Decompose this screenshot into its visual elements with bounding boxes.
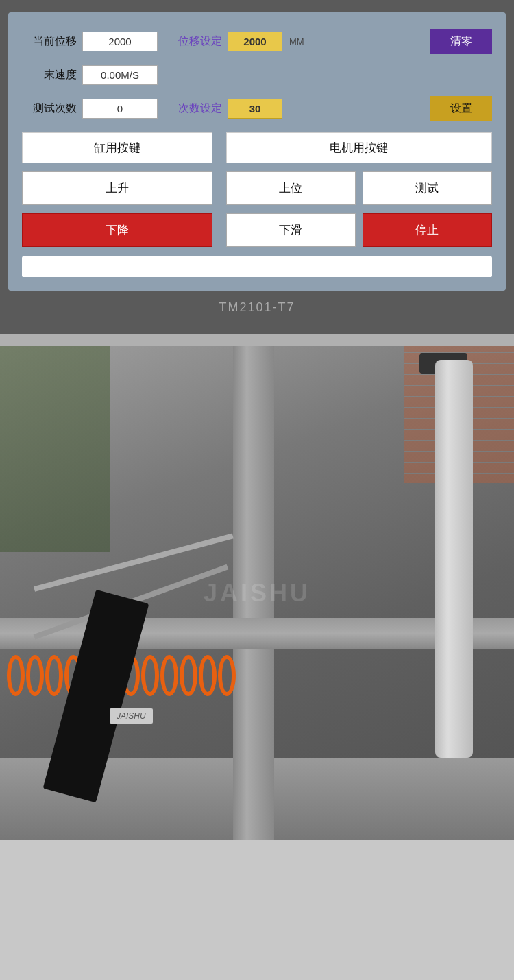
coil-12 — [218, 655, 236, 696]
label-speed: 末速度 — [22, 68, 77, 82]
btn-down-cylinder[interactable]: 下降 — [22, 213, 212, 247]
bottom-section: JAISHU JAISHU — [0, 346, 514, 840]
photo-background: JAISHU JAISHU — [0, 346, 514, 840]
unit-displacement: MM — [289, 36, 304, 47]
left-action-row2: 下降 — [22, 213, 212, 247]
white-bar — [22, 256, 492, 277]
mid-divider — [0, 334, 514, 346]
top-section: 当前位移 2000 位移设定 2000 MM 清零 末速度 0.00M/S 测试… — [0, 0, 514, 334]
left-button-group: 缸用按键 上升 下降 — [22, 132, 212, 247]
btn-up-cylinder[interactable]: 上升 — [22, 171, 212, 205]
coil-1 — [7, 655, 25, 696]
left-group-title: 缸用按键 — [22, 132, 212, 163]
btn-stop-motor[interactable]: 停止 — [363, 213, 492, 247]
coil-2 — [26, 655, 44, 696]
row-test-count: 测试次数 0 次数设定 30 设置 — [22, 96, 492, 121]
coil-3 — [45, 655, 63, 696]
cylinder-body — [435, 360, 473, 758]
buttons-section: 缸用按键 上升 下降 电机用按键 上位 测试 下滑 停止 — [22, 132, 492, 247]
btn-clear[interactable]: 清零 — [430, 29, 492, 54]
right-action-row2: 下滑 停止 — [226, 213, 493, 247]
control-panel: 当前位移 2000 位移设定 2000 MM 清零 末速度 0.00M/S 测试… — [8, 12, 506, 291]
left-action-row1: 上升 — [22, 171, 212, 205]
btn-up-motor[interactable]: 上位 — [226, 171, 356, 205]
right-group-title: 电机用按键 — [226, 132, 493, 163]
label-displacement-setting: 位移设定 — [174, 34, 222, 49]
btn-set[interactable]: 设置 — [430, 96, 492, 121]
value-speed: 0.00M/S — [82, 65, 158, 85]
btn-test-motor[interactable]: 测试 — [363, 171, 492, 205]
model-label: TM2101-T7 — [8, 291, 506, 322]
value-test-count: 0 — [82, 99, 158, 119]
coil-9 — [160, 655, 178, 696]
value-displacement-setting: 2000 — [228, 32, 282, 51]
coil-10 — [180, 655, 197, 696]
row-displacement: 当前位移 2000 位移设定 2000 MM 清零 — [22, 29, 492, 54]
watermark: JAISHU — [204, 579, 310, 608]
value-displacement: 2000 — [82, 32, 158, 51]
label-test-count: 测试次数 — [22, 101, 77, 116]
btn-slide-motor[interactable]: 下滑 — [226, 213, 356, 247]
coil-11 — [199, 655, 217, 696]
value-count-setting: 30 — [228, 99, 282, 119]
label-count-setting: 次数设定 — [174, 101, 222, 116]
equipment-label: JAISHU — [110, 708, 153, 724]
coil-8 — [141, 655, 159, 696]
row-speed: 末速度 0.00M/S — [22, 65, 492, 85]
right-button-group: 电机用按键 上位 测试 下滑 停止 — [226, 132, 493, 247]
right-action-row1: 上位 测试 — [226, 171, 493, 205]
coil-container — [0, 641, 274, 710]
left-background — [0, 346, 110, 552]
label-displacement: 当前位移 — [22, 34, 77, 49]
